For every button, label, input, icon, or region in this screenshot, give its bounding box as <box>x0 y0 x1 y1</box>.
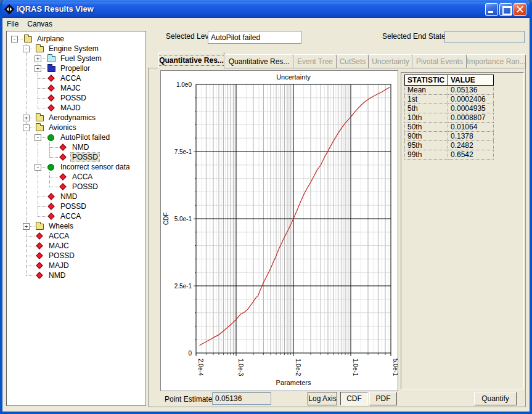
menu-item-file[interactable]: File <box>2 18 23 30</box>
tree-guide-line <box>38 182 38 192</box>
tree-item-label[interactable]: MAJD <box>59 104 82 112</box>
tree-item-label[interactable]: MAJC <box>59 84 82 92</box>
tab-label: Uncertainty <box>372 57 409 66</box>
tree-guide-line <box>26 275 35 276</box>
tree-item-label[interactable]: AutoPilot failed <box>59 133 111 142</box>
tree-item-label[interactable]: Fuel System <box>59 54 103 63</box>
tree-item-label[interactable]: Engine System <box>47 44 100 53</box>
tree-item-possd[interactable]: POSSD <box>7 201 145 211</box>
svg-text:1.0e-1: 1.0e-1 <box>352 359 359 376</box>
tree-guide-line <box>49 152 50 157</box>
tree-item-label[interactable]: Aerodynamics <box>47 113 97 122</box>
title-bar: iQRAS Results View <box>0 0 532 18</box>
stats-row: 5th0.0004935 <box>405 104 494 113</box>
tree-item-label[interactable]: ACCA <box>59 212 82 221</box>
tree-item-label[interactable]: Propellor <box>59 64 91 73</box>
collapse-icon[interactable]: - <box>35 134 41 141</box>
cdf-button[interactable]: CDF <box>340 392 368 405</box>
tree-item-label[interactable]: NMD <box>71 143 90 152</box>
tree-guide-line <box>38 216 46 217</box>
point-estimate-input[interactable] <box>212 392 271 405</box>
selected-end-state-input <box>444 31 525 43</box>
tab-pivotal-events: Pivotal Events <box>412 54 467 68</box>
expand-icon[interactable]: + <box>23 223 30 230</box>
red-diamond-icon <box>36 232 42 238</box>
tree-guide-line <box>26 266 35 266</box>
tree-item-nmd[interactable]: NMD <box>7 142 145 152</box>
tree-item-label[interactable]: Wheels <box>47 222 75 230</box>
tree-item-label[interactable]: MAJD <box>47 261 70 270</box>
tree-item-label[interactable]: NMD <box>47 271 67 280</box>
tree-guide-line <box>49 177 50 182</box>
log-axis-button[interactable]: Log Axis <box>308 392 337 405</box>
collapse-icon[interactable]: - <box>23 46 30 52</box>
tree-item-label[interactable]: Airplane <box>36 34 65 43</box>
tree-item-label[interactable]: POSSD <box>71 153 99 161</box>
tree-guide-line <box>26 162 27 172</box>
tree-item-acca[interactable]: ACCA <box>7 73 145 83</box>
tree-item-majc[interactable]: MAJC <box>7 83 145 93</box>
tree-item-aerodynamics[interactable]: +Aerodynamics <box>7 113 145 123</box>
tab-quantitative-res[interactable]: Quantitative Res... <box>224 54 293 68</box>
tree-item-label[interactable]: Avionics <box>47 123 77 132</box>
uncertainty-cdf-chart: 2.0e-41.0e-31.0e-21.0e-15.0e-102.5e-15.0… <box>161 71 398 391</box>
expand-icon[interactable]: + <box>23 115 30 121</box>
tab-cutsets: CutSets <box>337 54 369 68</box>
minimize-button[interactable] <box>485 3 498 16</box>
tree-item-nmd[interactable]: NMD <box>7 192 145 201</box>
tree-guide-line <box>26 251 27 256</box>
tree-item-possd[interactable]: POSSD <box>7 152 145 162</box>
collapse-icon[interactable]: - <box>23 124 30 131</box>
tree-item-acca[interactable]: ACCA <box>7 172 145 182</box>
tree-item-acca[interactable]: ACCA <box>7 211 145 221</box>
tree-item-possd[interactable]: POSSD <box>7 182 145 192</box>
stat-value: 0.0004935 <box>448 104 494 113</box>
tree-item-label[interactable]: ACCA <box>71 172 94 181</box>
tree-guide-line <box>49 147 58 148</box>
tree-item-label[interactable]: Incorrect sensor data <box>59 163 131 171</box>
tree-item-possd[interactable]: POSSD <box>7 251 145 261</box>
tree-item-engine-system[interactable]: -Engine System <box>7 44 145 54</box>
tree-item-label[interactable]: POSSD <box>71 182 99 191</box>
tree-item-label[interactable]: POSSD <box>47 251 76 260</box>
stat-name: 5th <box>405 104 448 113</box>
tree-item-airplane[interactable]: -Airplane <box>7 34 145 44</box>
svg-text:1.0e-2: 1.0e-2 <box>295 359 301 376</box>
svg-text:2.5e-1: 2.5e-1 <box>174 283 192 290</box>
menu-item-canvas[interactable]: Canvas <box>23 18 57 30</box>
pdf-button[interactable]: PDF <box>369 392 397 405</box>
expand-icon[interactable]: + <box>35 55 41 62</box>
tree-item-autopilot-failed[interactable]: -AutoPilot failed <box>7 132 145 142</box>
tab-label: Quantitative Res... <box>229 57 290 66</box>
green-circle-icon <box>47 163 54 171</box>
tree-item-nmd[interactable]: NMD <box>7 270 145 280</box>
svg-text:CDF: CDF <box>163 213 170 225</box>
tree-item-incorrect-sensor-data[interactable]: -Incorrect sensor data <box>7 162 145 172</box>
tree-item-label[interactable]: POSSD <box>59 94 88 102</box>
tree-item-fuel-system[interactable]: +Fuel System <box>7 54 145 63</box>
tab-quantitative-res[interactable]: Quantitative Res... <box>158 52 224 68</box>
selected-level-input[interactable] <box>208 31 301 44</box>
tree-item-avionics[interactable]: -Avionics <box>7 123 145 132</box>
maximize-button[interactable] <box>499 3 512 16</box>
close-button[interactable] <box>514 3 526 16</box>
tree-item-acca[interactable]: ACCA <box>7 231 145 241</box>
tree-item-label[interactable]: MAJC <box>47 242 70 250</box>
tree-item-majd[interactable]: MAJD <box>7 103 145 113</box>
tree-item-majc[interactable]: MAJC <box>7 241 145 251</box>
tree-guide-line <box>26 246 35 246</box>
tree-item-label[interactable]: NMD <box>59 192 78 201</box>
collapse-icon[interactable]: - <box>35 164 41 171</box>
tree-item-label[interactable]: POSSD <box>59 202 88 211</box>
tree-guide-line <box>38 197 46 197</box>
collapse-icon[interactable]: - <box>11 36 18 43</box>
tree-item-majd[interactable]: MAJD <box>7 261 145 270</box>
tree-item-possd[interactable]: POSSD <box>7 93 145 103</box>
quantify-button[interactable]: Quantify <box>474 392 517 405</box>
yellow-folder-icon <box>36 124 44 131</box>
expand-icon[interactable]: + <box>35 65 41 72</box>
tree-item-label[interactable]: ACCA <box>47 232 70 240</box>
tree-item-label[interactable]: ACCA <box>59 74 82 83</box>
tree-item-propellor[interactable]: +Propellor <box>7 63 145 73</box>
tree-item-wheels[interactable]: +Wheels <box>7 221 145 231</box>
